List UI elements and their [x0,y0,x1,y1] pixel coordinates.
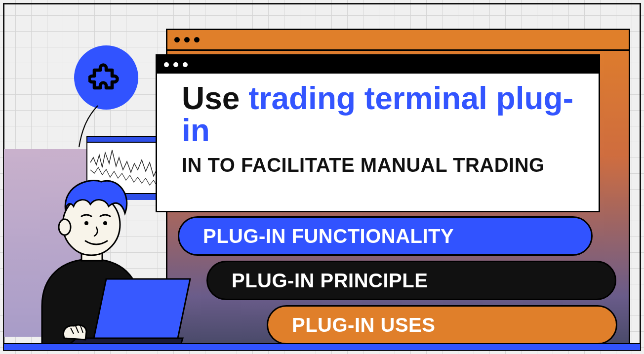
svg-point-3 [103,221,107,225]
foreground-window: Use trading terminal plug-in IN TO FACIL… [156,54,600,212]
headline-subtitle: IN TO FACILITATE MANUAL TRADING [182,154,578,176]
svg-point-1 [59,219,71,235]
pill-principle: PLUG-IN PRINCIPLE [206,261,616,300]
pill-uses-label: PLUG-IN USES [292,314,435,336]
window-dot-icon [174,37,180,42]
pill-functionality: PLUG-IN FUNCTIONALITY [178,216,593,256]
bottom-bar [4,343,640,350]
badge-connector [78,104,108,148]
window-dot-icon [183,62,188,67]
svg-point-2 [84,221,88,225]
window-dot-icon [184,37,190,42]
foreground-window-titlebar [157,56,599,74]
pill-uses: PLUG-IN USES [267,305,617,345]
headline-main: Use trading terminal plug-in [182,82,578,147]
window-dot-icon [194,37,200,42]
window-dot-icon [164,62,169,67]
background-window-titlebar [167,30,629,51]
puzzle-icon [88,60,124,95]
window-dot-icon [173,62,178,67]
puzzle-badge [74,45,138,110]
headline-prefix: Use [182,80,248,116]
person-illustration [7,153,205,351]
pill-principle-label: PLUG-IN PRINCIPLE [232,270,428,292]
pill-functionality-label: PLUG-IN FUNCTIONALITY [203,225,454,247]
